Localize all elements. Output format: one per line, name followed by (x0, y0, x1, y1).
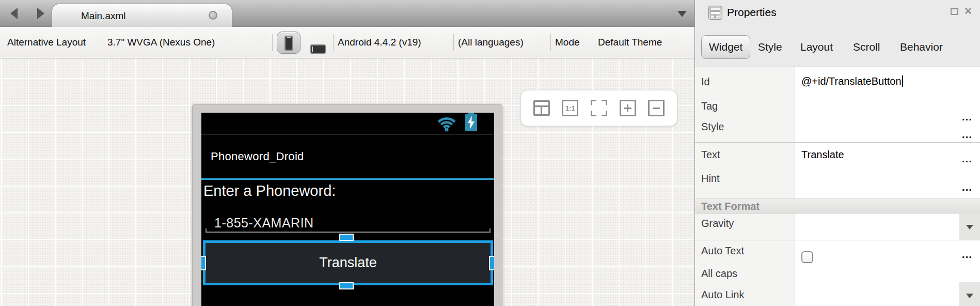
prop-value-id[interactable]: @+id/TranslateButton (801, 75, 903, 87)
app-title: Phoneword_Droid (211, 150, 304, 163)
tab-title: Main.axml (81, 10, 126, 22)
prop-more-auto-text-button[interactable]: … (961, 248, 973, 261)
actual-size-icon[interactable]: 1:1 (562, 100, 578, 116)
properties-pad-icon (708, 6, 722, 20)
portrait-phone-icon (284, 36, 293, 51)
device-selector[interactable]: 3.7" WVGA (Nexus One) (107, 27, 215, 58)
selection-handle-bottom[interactable] (339, 282, 354, 289)
section-text-format: Text Format (695, 198, 980, 213)
tab-widget[interactable]: Widget (701, 35, 750, 59)
properties-panel-header: Properties ✕ (695, 0, 980, 25)
prop-label-auto-link: Auto Link (701, 289, 744, 301)
properties-tab-strip: Widget Style Layout Scroll Behavior (695, 35, 980, 60)
navigate-forward-icon[interactable] (37, 8, 44, 19)
android-version-selector[interactable]: Android 4.4.2 (v19) (338, 27, 421, 58)
toolbar-separator (333, 34, 334, 51)
tab-scroll[interactable]: Scroll (853, 35, 880, 59)
translate-button-label: Translate (206, 255, 491, 271)
prop-label-gravity: Gravity (701, 218, 734, 230)
wifi-icon (436, 115, 457, 132)
prop-label-hint: Hint (701, 173, 720, 185)
text-caret (902, 75, 903, 87)
auto-link-dropdown[interactable] (959, 282, 980, 306)
xamarin-designer-window: Main.axml Alternative Layout 3.7" WVGA (… (0, 0, 980, 306)
zoom-out-icon[interactable] (648, 100, 665, 116)
property-grid: Id @+id/TranslateButton Tag … Style … Te… (695, 67, 980, 306)
gravity-dropdown[interactable] (959, 214, 980, 240)
tab-close-indicator-icon[interactable] (209, 11, 217, 20)
device-screen[interactable]: Phoneword_Droid Enter a Phoneword: 1-855… (201, 113, 494, 306)
language-selector[interactable]: (All languages) (458, 27, 524, 58)
panel-title: Properties (727, 6, 777, 19)
prop-more-hint-button[interactable]: … (961, 181, 973, 193)
toolbar-separator (272, 34, 273, 51)
battery-charging-icon (465, 114, 477, 131)
android-status-bar (201, 113, 494, 135)
prop-value-text[interactable]: Translate (801, 149, 844, 161)
phoneword-prompt-textview[interactable]: Enter a Phoneword: (203, 182, 336, 200)
selection-handle-left[interactable] (201, 256, 206, 270)
canvas-zoom-toolbar: 1:1 (520, 90, 677, 126)
edittext-underline (206, 228, 491, 233)
tab-list-dropdown-icon[interactable] (677, 11, 687, 17)
prop-label-tag: Tag (701, 100, 718, 112)
fit-to-view-icon[interactable] (591, 100, 607, 116)
alternative-layout-selector[interactable]: Alternative Layout (7, 27, 86, 58)
chevron-down-icon (966, 225, 973, 230)
portrait-orientation-button[interactable] (277, 32, 301, 54)
navigate-back-icon[interactable] (10, 8, 18, 19)
prop-more-tag-button[interactable]: … (961, 111, 973, 123)
mode-selector[interactable]: Mode (555, 27, 580, 58)
tab-main-axml[interactable]: Main.axml (52, 4, 232, 27)
section-title: Text Format (701, 201, 760, 212)
actionbar-accent-line (201, 178, 494, 180)
device-frame: Phoneword_Droid Enter a Phoneword: 1-855… (192, 104, 502, 306)
close-pad-icon[interactable]: ✕ (964, 5, 972, 17)
prop-label-all-caps: All caps (701, 268, 737, 280)
float-pad-icon[interactable] (951, 8, 958, 15)
zoom-in-icon[interactable] (620, 100, 636, 116)
prop-label-id: Id (701, 76, 710, 88)
selection-handle-top[interactable] (339, 234, 354, 241)
selection-handle-right[interactable] (489, 256, 494, 270)
tab-layout[interactable]: Layout (800, 35, 833, 59)
prop-label-auto-text: Auto Text (701, 245, 744, 257)
tab-behavior[interactable]: Behavior (900, 35, 943, 59)
theme-selector[interactable]: Default Theme (598, 27, 662, 58)
design-canvas[interactable]: Phoneword_Droid Enter a Phoneword: 1-855… (0, 58, 694, 306)
split-editor-icon[interactable] (533, 100, 550, 116)
tab-style[interactable]: Style (758, 35, 782, 59)
actual-size-label: 1:1 (565, 104, 575, 112)
toolbar-separator (103, 34, 103, 51)
designer-toolbar: Alternative Layout 3.7" WVGA (Nexus One)… (0, 27, 694, 58)
translate-button-selected[interactable]: Translate (203, 240, 493, 285)
toolbar-separator (550, 34, 551, 51)
prop-label-style: Style (701, 121, 724, 133)
row-divider (695, 142, 980, 143)
toolbar-separator (453, 34, 454, 51)
prop-more-text-button[interactable]: … (961, 152, 973, 165)
row-divider (695, 240, 980, 240)
properties-panel: Properties ✕ Widget Style Layout Scroll … (694, 0, 980, 306)
landscape-orientation-button[interactable] (310, 44, 326, 54)
document-tab-bar: Main.axml (0, 0, 694, 27)
auto-text-checkbox[interactable] (801, 251, 813, 263)
prop-label-text: Text (701, 149, 720, 161)
chevron-down-icon (966, 294, 973, 298)
prop-more-style-button[interactable]: … (961, 128, 973, 141)
